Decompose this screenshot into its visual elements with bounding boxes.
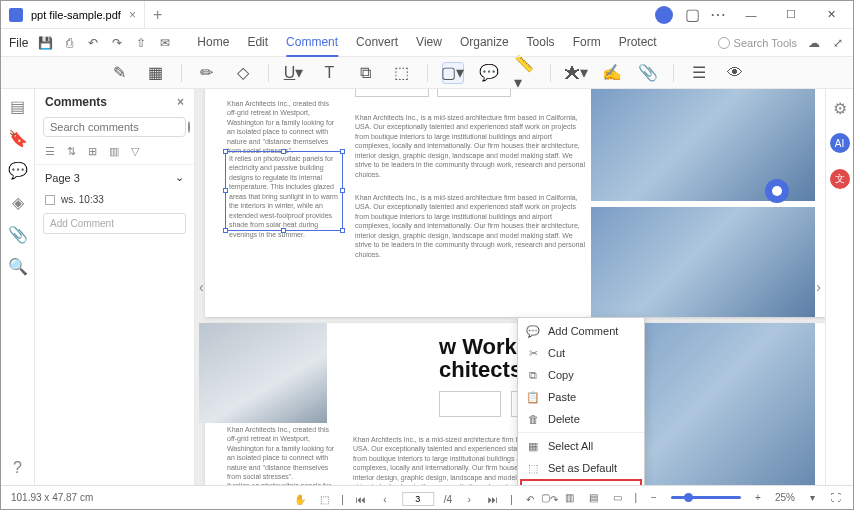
stamp-tool[interactable]: 🟊▾ [565,62,587,84]
menu-view[interactable]: View [416,29,442,57]
page-number-input[interactable] [402,492,434,506]
resize-handle[interactable] [223,188,228,193]
attachments-rail-icon[interactable]: 📎 [9,225,27,243]
menu-edit[interactable]: Edit [247,29,268,57]
ctx-copy[interactable]: ⧉Copy [518,364,644,386]
close-tab-icon[interactable]: × [129,8,136,22]
print-icon[interactable]: ⎙ [62,36,76,50]
search-comments[interactable] [43,117,186,137]
shape-tool[interactable]: ▢▾ [442,62,464,84]
next-page-icon[interactable]: › [462,492,476,506]
menu-comment[interactable]: Comment [286,29,338,57]
resize-handle[interactable] [340,188,345,193]
resize-handle[interactable] [281,228,286,233]
signature-tool[interactable]: ✍ [601,62,623,84]
save-icon[interactable]: 💾 [38,36,52,50]
rotate-left-icon[interactable]: ↶ [523,492,537,506]
comment-item[interactable]: ws. 10:33 [35,190,194,209]
settings-icon[interactable]: ⚙ [831,99,849,117]
pdf-page-4[interactable]: w Work Of chitects Inc. Location Washing… [205,323,825,485]
ai-icon[interactable]: AI [830,133,850,153]
maximize-button[interactable]: ☐ [777,4,805,26]
pencil-tool[interactable]: ✏ [196,62,218,84]
layers-icon[interactable]: ◈ [9,193,27,211]
ctx-delete[interactable]: 🗑Delete [518,408,644,430]
filter-icon-1[interactable]: ⇅ [67,145,76,158]
ctx-paste[interactable]: 📋Paste [518,386,644,408]
more-icon[interactable]: ⋯ [711,8,725,22]
ctx-add-comment[interactable]: 💬Add Comment [518,320,644,342]
ctx-cut[interactable]: ✂Cut [518,342,644,364]
rotate-right-icon[interactable]: ↷ [547,492,561,506]
ctx-properties[interactable]: ⚙Properties [520,479,642,485]
ctx-select-all[interactable]: ▦Select All [518,435,644,457]
zoom-out-icon[interactable]: − [647,491,661,505]
page-section-header[interactable]: Page 3 ⌄ [35,165,194,190]
thumbnails-icon[interactable]: ▤ [9,97,27,115]
pdf-page-3[interactable]: Khan Architects Inc., created this off-g… [205,89,825,317]
eraser-tool[interactable]: ◇ [232,62,254,84]
first-page-icon[interactable]: ⏮ [354,492,368,506]
text-tool[interactable]: T [319,62,341,84]
zoom-dropdown-icon[interactable]: ▾ [805,491,819,505]
mail-icon[interactable]: ✉ [158,36,172,50]
read-mode-icon[interactable]: ▭ [610,491,624,505]
window-icon[interactable]: ▢ [685,8,699,22]
hide-tool[interactable]: 👁 [724,62,746,84]
ai-assist-bubble[interactable] [765,179,789,203]
filter-sort-icon[interactable]: ☰ [45,145,55,158]
search-rail-icon[interactable]: 🔍 [9,257,27,275]
fullscreen-icon[interactable]: ⛶ [829,491,843,505]
menu-home[interactable]: Home [197,29,229,57]
expand-icon[interactable]: ⤢ [831,36,845,50]
list-tool[interactable]: ☰ [688,62,710,84]
comments-icon[interactable]: 💬 [9,161,27,179]
prev-page-arrow[interactable]: ‹ [199,279,204,295]
prev-page-icon[interactable]: ‹ [378,492,392,506]
search-comments-input[interactable] [50,121,188,133]
menu-form[interactable]: Form [573,29,601,57]
cloud-icon[interactable]: ☁ [807,36,821,50]
zoom-slider[interactable] [671,496,741,499]
resize-handle[interactable] [340,228,345,233]
share-icon[interactable]: ⇧ [134,36,148,50]
bookmark-icon[interactable]: 🔖 [9,129,27,147]
filter-icon-2[interactable]: ⊞ [88,145,97,158]
help-icon[interactable]: ? [9,459,27,477]
resize-handle[interactable] [340,149,345,154]
menu-convert[interactable]: Convert [356,29,398,57]
layout-2-icon[interactable]: ▥ [562,491,576,505]
resize-handle[interactable] [223,149,228,154]
search-icon[interactable] [188,121,190,133]
filter-icon-4[interactable]: ▽ [131,145,139,158]
zoom-in-icon[interactable]: + [751,491,765,505]
selected-annotation[interactable]: It relies on photovoltaic panels for ele… [225,151,343,231]
filter-icon-3[interactable]: ▥ [109,145,119,158]
translate-icon[interactable]: 文 [830,169,850,189]
note-tool[interactable]: ▦ [145,62,167,84]
resize-handle[interactable] [281,149,286,154]
next-page-arrow[interactable]: › [816,279,821,295]
user-avatar[interactable] [655,6,673,24]
search-tools[interactable]: Search Tools [718,37,797,49]
comment-checkbox[interactable] [45,195,55,205]
menu-protect[interactable]: Protect [619,29,657,57]
attach-tool[interactable]: 📎 [637,62,659,84]
menu-organize[interactable]: Organize [460,29,509,57]
redo-icon[interactable]: ↷ [110,36,124,50]
layout-3-icon[interactable]: ▤ [586,491,600,505]
highlight-tool[interactable]: ✎ [109,62,131,84]
panel-close-icon[interactable]: × [177,95,184,109]
new-tab-button[interactable]: + [145,6,170,24]
resize-handle[interactable] [223,228,228,233]
hand-tool-icon[interactable]: ✋ [293,492,307,506]
select-tool-icon[interactable]: ⬚ [317,492,331,506]
menu-tools[interactable]: Tools [527,29,555,57]
minimize-button[interactable]: — [737,4,765,26]
comment-bubble-tool[interactable]: 💬 [478,62,500,84]
callout-tool[interactable]: ⬚ [391,62,413,84]
undo-icon[interactable]: ↶ [86,36,100,50]
textbox-tool[interactable]: ⧉ [355,62,377,84]
last-page-icon[interactable]: ⏭ [486,492,500,506]
measure-tool[interactable]: 📏▾ [514,62,536,84]
